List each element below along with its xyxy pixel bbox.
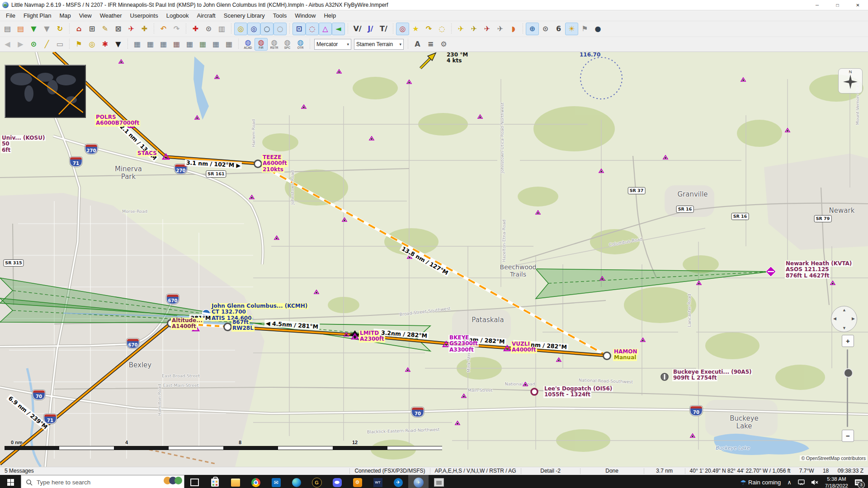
- aircraft-trail-button[interactable]: ✈: [494, 23, 507, 35]
- show-ndb-button[interactable]: ◎: [247, 23, 260, 35]
- center-dot-button[interactable]: ⊙: [539, 23, 552, 35]
- airspace-fir-button[interactable]: ◍FIR: [255, 38, 268, 51]
- globe-offline-button[interactable]: ●: [591, 23, 604, 35]
- airway-victor-button[interactable]: V/: [351, 23, 364, 35]
- menu-view[interactable]: View: [75, 11, 96, 20]
- taskbar-app-task-view[interactable]: [184, 475, 205, 488]
- range-rings-button[interactable]: ◎: [85, 38, 99, 51]
- menu-window[interactable]: Window: [291, 11, 320, 20]
- pan-up-icon[interactable]: ▲: [842, 308, 846, 312]
- taskbar-app-simbrief[interactable]: ⚙: [347, 475, 368, 488]
- grid-six-button[interactable]: 6: [552, 23, 565, 35]
- pan-down-icon[interactable]: ▼: [842, 326, 846, 330]
- map-back-button[interactable]: ◀: [1, 38, 14, 51]
- show-diagram-button[interactable]: ◄: [332, 23, 345, 35]
- window-information-button[interactable]: ▦: [170, 38, 183, 51]
- taskbar-app-tank-game[interactable]: WT: [368, 475, 388, 488]
- maximize-button[interactable]: □: [827, 0, 848, 10]
- traffic-pattern-ring-button[interactable]: ◌: [435, 23, 448, 35]
- show-vor-button[interactable]: ◎: [234, 23, 247, 35]
- show-detail-square-button[interactable]: ⊡: [292, 23, 306, 35]
- menu-tools[interactable]: Tools: [269, 11, 291, 20]
- copy-logbook-button[interactable]: ▥: [215, 23, 228, 35]
- action-center-button[interactable]: 3: [852, 475, 865, 488]
- airway-track-button[interactable]: T/: [377, 23, 390, 35]
- show-empty-airports-button[interactable]: ○: [274, 23, 287, 35]
- aircraft-compass-button[interactable]: ✈: [481, 23, 494, 35]
- zoom-in-button[interactable]: +: [842, 335, 854, 347]
- menu-aircraft[interactable]: Aircraft: [193, 11, 220, 20]
- center-flightplan-button[interactable]: ⌂: [72, 23, 85, 35]
- menu-logbook[interactable]: Logbook: [162, 11, 193, 20]
- airspace-rstr-button[interactable]: ◍RSTR: [268, 38, 281, 51]
- taskbar-app-edge[interactable]: [286, 475, 307, 488]
- airspace-otr-button[interactable]: ◍OTR: [294, 38, 307, 51]
- redo-button[interactable]: ↷: [170, 23, 183, 35]
- logbook-track-button[interactable]: ◗: [507, 23, 520, 35]
- window-profile-button[interactable]: ▦: [157, 38, 170, 51]
- window-fullscreen-button[interactable]: ▦: [222, 38, 236, 51]
- show-on-map-button[interactable]: ⊙: [27, 38, 40, 51]
- adjust-altitude-button[interactable]: ✚: [138, 23, 151, 35]
- userpoint-flag-button[interactable]: ⚑: [72, 38, 85, 51]
- mark-star-button[interactable]: ★: [409, 23, 422, 35]
- show-weather-button[interactable]: ☀: [565, 23, 578, 35]
- airspace-spc-button[interactable]: ◍SPC: [281, 38, 294, 51]
- pattern-mark-button[interactable]: ✱: [99, 38, 112, 51]
- volume-muted-icon[interactable]: [808, 475, 821, 488]
- menu-file[interactable]: File: [2, 11, 19, 20]
- delete-position-button[interactable]: ⊠: [112, 23, 125, 35]
- taskbar-app-chrome[interactable]: [245, 475, 266, 488]
- add-position-button[interactable]: ⊞: [85, 23, 99, 35]
- map-image-button[interactable]: ▭: [53, 38, 66, 51]
- taskbar-app-file-explorer[interactable]: [225, 475, 245, 488]
- add-logbook-entry-button[interactable]: ✚: [189, 23, 202, 35]
- zoom-slider-knob[interactable]: [844, 368, 853, 378]
- edit-position-button[interactable]: ✎: [99, 23, 112, 35]
- airway-jet-button[interactable]: J/: [364, 23, 377, 35]
- aircraft-highlight-button[interactable]: ✈: [454, 23, 467, 35]
- cast-icon[interactable]: [795, 475, 808, 488]
- start-button[interactable]: [0, 475, 21, 488]
- map-overlay-search-button[interactable]: A: [411, 38, 424, 51]
- airspace-acad-button[interactable]: ◍ACAD: [241, 38, 255, 51]
- save-flightplan-as-button[interactable]: ▼: [40, 23, 53, 35]
- show-online-network-button[interactable]: ⊕: [526, 23, 539, 35]
- show-waypoints-button[interactable]: ○: [260, 23, 274, 35]
- new-flightplan-button[interactable]: ▤: [1, 23, 14, 35]
- overview-map[interactable]: [5, 65, 86, 118]
- map-canvas[interactable]: 230 °M4 kts116.70POLRSA6000B7000ftSTACST…: [0, 52, 868, 467]
- taskbar-clock[interactable]: 5:38 AM 7/18/2022: [821, 476, 852, 488]
- window-reset-layout-button[interactable]: ▦: [209, 38, 222, 51]
- hidden-icons-button[interactable]: ∧: [784, 475, 795, 488]
- map-forward-button[interactable]: ▶: [14, 38, 27, 51]
- taskbar-app-store[interactable]: [205, 475, 225, 488]
- measure-distance-button[interactable]: ╱: [40, 38, 53, 51]
- undo-button[interactable]: ↶: [157, 23, 170, 35]
- menu-help[interactable]: Help: [320, 11, 340, 20]
- show-vfr-points-button[interactable]: △: [319, 23, 332, 35]
- menu-scenery-library[interactable]: Scenery Library: [220, 11, 269, 20]
- window-search-button[interactable]: ▦: [144, 38, 157, 51]
- window-legend-button[interactable]: ▦: [196, 38, 209, 51]
- menu-map[interactable]: Map: [55, 11, 75, 20]
- close-button[interactable]: ✕: [848, 0, 868, 10]
- zoom-out-button[interactable]: −: [842, 430, 854, 442]
- search-logbook-button[interactable]: ⊙: [202, 23, 215, 35]
- menu-weather[interactable]: Weather: [96, 11, 126, 20]
- show-vor-dots-button[interactable]: ◌: [306, 23, 319, 35]
- open-flightplan-button[interactable]: ▤: [14, 23, 27, 35]
- map-pin-button[interactable]: ▼: [112, 38, 125, 51]
- taskbar-search[interactable]: Type here to search: [21, 475, 184, 488]
- projection-select[interactable]: Mercator▾: [314, 39, 351, 50]
- window-aircraft-button[interactable]: ▦: [183, 38, 196, 51]
- pan-left-icon[interactable]: ◀: [833, 316, 836, 321]
- map-settings-button[interactable]: ⚙: [437, 38, 450, 51]
- taskbar-app-gsx[interactable]: G: [307, 475, 327, 488]
- status-messages[interactable]: 5 Messages: [0, 468, 349, 474]
- taskbar-app-flight-app[interactable]: ✈: [388, 475, 408, 488]
- highlight-ranges-button[interactable]: ◎: [396, 23, 409, 35]
- aircraft-small-button[interactable]: ✈: [467, 23, 481, 35]
- reset-flightplan-button[interactable]: ↻: [53, 23, 66, 35]
- windsock-button[interactable]: ⚑: [578, 23, 591, 35]
